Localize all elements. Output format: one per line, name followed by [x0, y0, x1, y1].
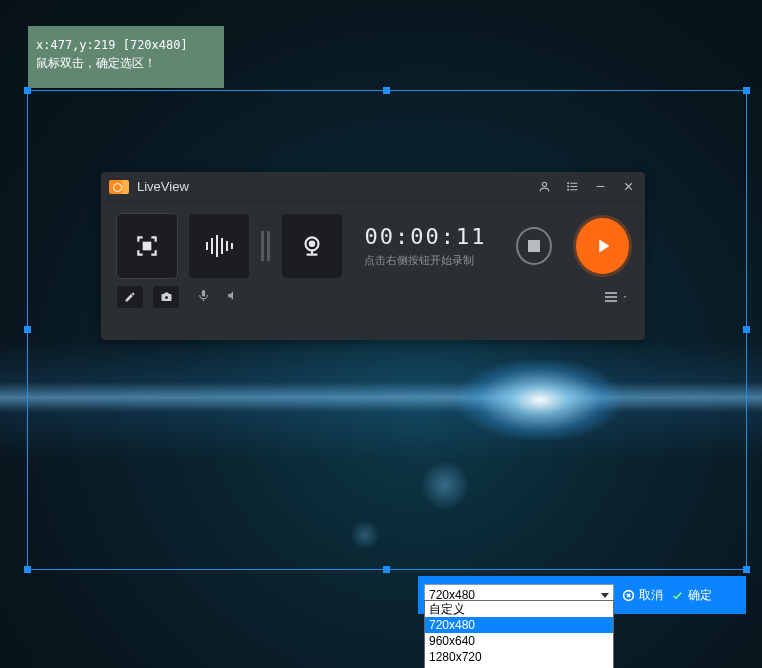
svg-point-6 [567, 189, 568, 190]
liveview-panel: LiveView 00:00:11 [101, 172, 645, 340]
user-icon[interactable] [537, 180, 551, 193]
pencil-icon [124, 291, 136, 303]
stop-button[interactable] [516, 227, 552, 265]
resize-handle-top-right[interactable] [743, 87, 750, 94]
svg-point-18 [310, 242, 314, 246]
svg-rect-10 [144, 243, 151, 250]
resolution-dropdown[interactable]: 自定义720x480960x6401280x7201920x1080 [424, 600, 614, 668]
hamburger-icon [605, 292, 617, 302]
timer-display: 00:00:11 [364, 224, 486, 249]
list-icon[interactable] [565, 180, 579, 193]
svg-point-5 [567, 186, 568, 187]
liveview-title: LiveView [137, 179, 537, 194]
cancel-button[interactable]: 取消 [622, 587, 663, 604]
audio-waveform-button[interactable] [189, 214, 249, 278]
timer-block: 00:00:11 点击右侧按钮开始录制 [364, 224, 486, 268]
speaker-icon [226, 289, 240, 302]
checkmark-icon [671, 589, 684, 602]
play-icon [592, 235, 614, 257]
region-capture-button[interactable] [117, 214, 177, 278]
resize-handle-top-left[interactable] [24, 87, 31, 94]
camera-button[interactable] [153, 286, 179, 308]
liveview-titlebar[interactable]: LiveView [101, 172, 645, 202]
liveview-logo-icon [109, 180, 129, 194]
ok-label: 确定 [688, 587, 712, 604]
resize-handle-bottom-left[interactable] [24, 566, 31, 573]
resolution-option[interactable]: 960x640 [425, 633, 613, 649]
resolution-option[interactable]: 720x480 [425, 617, 613, 633]
resize-handle-mid-left[interactable] [24, 326, 31, 333]
resolution-option[interactable]: 1280x720 [425, 649, 613, 665]
stop-icon [528, 240, 540, 252]
webcam-button[interactable] [282, 214, 342, 278]
record-button[interactable] [576, 218, 629, 274]
svg-point-19 [165, 296, 168, 299]
timer-hint: 点击右侧按钮开始录制 [364, 253, 486, 268]
separator-bars-icon [261, 214, 270, 278]
liveview-body: 00:00:11 点击右侧按钮开始录制 [101, 202, 645, 286]
minimize-icon[interactable] [593, 180, 607, 193]
close-icon[interactable] [621, 180, 635, 193]
liveview-footer [101, 286, 645, 318]
resize-handle-top-mid[interactable] [383, 87, 390, 94]
microphone-button[interactable] [197, 288, 210, 306]
microphone-icon [197, 288, 210, 303]
resize-handle-bottom-mid[interactable] [383, 566, 390, 573]
resize-handle-bottom-right[interactable] [743, 566, 750, 573]
svg-point-0 [542, 182, 546, 186]
cancel-x-icon [622, 589, 635, 602]
selection-tooltip: x:477,y:219 [720x480] 鼠标双击，确定选区！ [28, 26, 224, 88]
svg-rect-20 [202, 290, 205, 297]
resolution-option[interactable]: 自定义 [425, 601, 613, 617]
camera-icon [160, 291, 173, 303]
chevron-down-icon [621, 293, 629, 301]
svg-point-4 [567, 183, 568, 184]
edit-button[interactable] [117, 286, 143, 308]
resize-handle-mid-right[interactable] [743, 326, 750, 333]
tooltip-coords: x:477,y:219 [720x480] [36, 36, 216, 54]
ok-button[interactable]: 确定 [671, 587, 712, 604]
tooltip-hint: 鼠标双击，确定选区！ [36, 54, 216, 72]
cancel-label: 取消 [639, 587, 663, 604]
settings-menu-button[interactable] [605, 292, 629, 302]
speaker-button[interactable] [226, 289, 240, 305]
